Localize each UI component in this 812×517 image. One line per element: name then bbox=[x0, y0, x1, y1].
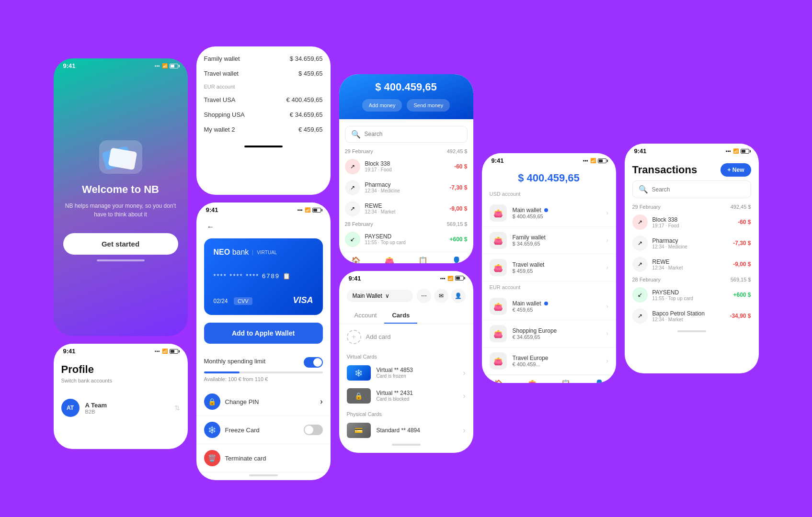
account-item[interactable]: AT A Team B2B ⇅ bbox=[54, 394, 188, 422]
tx-meta-paysend: 11:55 · Top up card bbox=[365, 240, 445, 245]
notification-button[interactable]: ✉ bbox=[434, 289, 448, 303]
tx-amount-block338: -60 $ bbox=[454, 163, 467, 170]
family-wallet-name: Family wallet bbox=[204, 55, 240, 62]
tx-rewe[interactable]: ↗ REWE 12:34 · Market -9,00 $ bbox=[345, 198, 468, 219]
freeze-card-label: Freeze Card bbox=[225, 427, 260, 434]
tx-item-bapco[interactable]: ↗ Bapco Petrol Station 12:34 · Market -3… bbox=[632, 305, 751, 326]
battery-icon-tx bbox=[741, 149, 749, 154]
apple-wallet-button[interactable]: Add to Apple Wallet bbox=[204, 323, 323, 344]
profile-header: Profile Switch bank accounts bbox=[54, 357, 188, 394]
tx-meta-bapco: 12:34 · Market bbox=[652, 317, 725, 322]
wallet-right-shopping-eur[interactable]: 👛 Shopping Europe € 34.659,65 › bbox=[482, 320, 616, 348]
wallet-item-family[interactable]: Family wallet $ 34.659,65 bbox=[196, 51, 331, 66]
add-card-row[interactable]: + Add card bbox=[339, 324, 473, 350]
wallet-info-main-usd: Main wallet $ 400.459,65 bbox=[513, 207, 601, 219]
wallet-item-travel-usa[interactable]: Travel USA € 400.459,65 bbox=[196, 92, 331, 107]
nav-home[interactable]: 🏠 Home bbox=[339, 256, 373, 263]
account-type: B2B bbox=[85, 409, 169, 415]
nav-tx-wallets-right[interactable]: 📋 Transactions bbox=[549, 379, 583, 383]
nav-wallets-wallets-right[interactable]: 👛 Wallets bbox=[515, 379, 549, 383]
wallet-actions: ⋯ ✉ 👤 bbox=[417, 289, 466, 303]
card-info-4853: Virtual ** 4853 Card is frozen bbox=[377, 367, 457, 379]
transactions-nav-icon: 📋 bbox=[418, 256, 428, 263]
tx-icon-rw2: ↗ bbox=[632, 257, 648, 272]
home-indicator-wallets bbox=[244, 146, 283, 147]
physical-card-4894[interactable]: 💳 Standard ** 4894 › bbox=[339, 419, 473, 442]
spending-available: Available: 100 € from 110 € bbox=[204, 376, 323, 382]
wallet-header: Main Wallet ∨ ⋯ ✉ 👤 bbox=[339, 284, 473, 308]
wallet-item-shopping-usa[interactable]: Shopping USA € 34.659,65 bbox=[196, 107, 331, 122]
profile-button[interactable]: 👤 bbox=[451, 289, 466, 303]
tx-item-pharmacy2[interactable]: ↗ Pharmacy 12:34 · Medicine -7,30 $ bbox=[632, 233, 751, 254]
battery-icon-wallets-right bbox=[598, 158, 606, 163]
welcome-phone: 9:41 ▪▪▪ 📶 Welcome to NB NB helps manage… bbox=[54, 58, 188, 336]
profile-icon-wallets-right: 👤 bbox=[595, 379, 604, 383]
tx-paysend[interactable]: ↙ PAYSEND 11:55 · Top up card +600 $ bbox=[345, 229, 468, 250]
physical-card-icon-4894: 💳 bbox=[347, 423, 371, 438]
tx-block338[interactable]: ↗ Block 338 19:17 · Food -60 $ bbox=[345, 156, 468, 177]
wallet-right-travel-usd[interactable]: 👛 Travel wallet $ 459,65 › bbox=[482, 254, 616, 281]
tx-meta-b338: 19:17 · Food bbox=[652, 223, 733, 228]
wallet-right-main-eur[interactable]: 👛 Main wallet € 459,65 › bbox=[482, 293, 616, 320]
back-button[interactable]: ← bbox=[204, 220, 217, 234]
nav-profile[interactable]: 👤 Profile bbox=[440, 256, 473, 263]
tx-info-bapco: Bapco Petrol Station 12:34 · Market bbox=[652, 310, 725, 322]
wallet-name-family-usd: Family wallet bbox=[513, 234, 601, 241]
tx-search-input[interactable] bbox=[652, 186, 745, 193]
more-options-button[interactable]: ⋯ bbox=[417, 289, 431, 303]
time-profile: 9:41 bbox=[63, 348, 76, 355]
freeze-toggle[interactable] bbox=[304, 425, 323, 435]
travel-wallet-amount: $ 459,65 bbox=[298, 70, 323, 77]
virtual-cards-section: Virtual Cards bbox=[339, 350, 473, 361]
search-icon: 🔍 bbox=[351, 130, 361, 139]
date-row-28: 28 February 569,15 $ bbox=[345, 219, 468, 229]
tx-group-feb28: 28 February 569,15 $ ↙ PAYSEND 11:55 · T… bbox=[625, 275, 759, 326]
verified-dot-main-eur bbox=[544, 302, 548, 305]
card-phone: 9:41 ▪▪▪ 📶 ← NEO bank VIRTUAL **** **** … bbox=[196, 202, 331, 480]
nav-home-wallets-right[interactable]: 🏠 Home bbox=[482, 379, 515, 383]
wallets-balance: $ 400.459,65 bbox=[482, 166, 616, 188]
welcome-subtitle: NB helps manage your money, so you don't… bbox=[63, 202, 178, 219]
new-transaction-button[interactable]: + New bbox=[721, 163, 751, 177]
search-bar[interactable]: 🔍 bbox=[345, 126, 468, 143]
change-pin-option[interactable]: 🔒 Change PIN › bbox=[196, 388, 331, 416]
wallet-right-family-usd[interactable]: 👛 Family wallet $ 34.659,65 › bbox=[482, 227, 616, 254]
search-input[interactable] bbox=[365, 131, 461, 137]
terminate-card-left: 🗑️ Terminate card bbox=[204, 450, 266, 466]
wallet-right-travel-eur[interactable]: 👛 Travel Europe € 400.459... › bbox=[482, 348, 616, 375]
card-name-4853: Virtual ** 4853 bbox=[377, 367, 457, 373]
tx-item-block338[interactable]: ↗ Block 338 19:17 · Food -60 $ bbox=[632, 212, 751, 233]
tx-search-bar[interactable]: 🔍 bbox=[632, 180, 751, 198]
virtual-card-icon-4853: ❄️ bbox=[347, 365, 371, 381]
wallet-right-main-usd[interactable]: 👛 Main wallet $ 400.459,65 › bbox=[482, 200, 616, 227]
wallet-item-travel[interactable]: Travel wallet $ 459,65 bbox=[196, 66, 331, 81]
virtual-card-4853[interactable]: ❄️ Virtual ** 4853 Card is frozen › bbox=[339, 361, 473, 384]
tx-item-paysend2[interactable]: ↙ PAYSEND 11:55 · Top up card +600 $ bbox=[632, 284, 751, 305]
home-indicator-mainwallet bbox=[392, 444, 421, 446]
freeze-card-option[interactable]: ❄️ Freeze Card bbox=[196, 416, 331, 444]
tx-pharmacy[interactable]: ↗ Pharmacy 12:34 · Medicine -7,30 $ bbox=[345, 177, 468, 198]
my-wallet2-amount: € 459,65 bbox=[298, 126, 323, 133]
wallet-amount-travel-eur: € 400.459... bbox=[513, 361, 601, 367]
send-money-button[interactable]: Send money bbox=[407, 99, 450, 112]
tx-amount-ps2: +600 $ bbox=[733, 292, 751, 298]
virtual-card-2431[interactable]: 🔒 Virtual ** 2431 Card is blocked › bbox=[339, 384, 473, 407]
tx-item-rewe2[interactable]: ↗ REWE 12:34 · Market -9,00 $ bbox=[632, 254, 751, 275]
chevron-right-travel-eur: › bbox=[606, 358, 608, 364]
eur-section-header-right: EUR account bbox=[482, 281, 616, 293]
status-bar-welcome: 9:41 ▪▪▪ 📶 bbox=[54, 58, 188, 71]
get-started-button[interactable]: Get started bbox=[63, 233, 178, 255]
transaction-group-feb28: 28 February 569,15 $ ↙ PAYSEND 11:55 · T… bbox=[339, 219, 473, 250]
nav-wallets[interactable]: 👛 Wallets bbox=[373, 256, 406, 263]
add-money-button[interactable]: Add money bbox=[362, 99, 402, 112]
nav-profile-wallets-right[interactable]: 👤 Profile bbox=[583, 379, 616, 383]
tab-account[interactable]: Account bbox=[347, 308, 385, 324]
nav-transactions[interactable]: 📋 Transactions bbox=[406, 256, 440, 263]
status-icons-card: ▪▪▪ 📶 bbox=[297, 207, 321, 213]
wallet-item-my-wallet2[interactable]: My wallet 2 € 459,65 bbox=[196, 122, 331, 137]
monthly-limit-toggle[interactable] bbox=[304, 357, 323, 368]
wallet-selector[interactable]: Main Wallet ∨ bbox=[347, 290, 413, 302]
tab-cards[interactable]: Cards bbox=[384, 308, 417, 324]
terminate-card-option[interactable]: 🗑️ Terminate card bbox=[196, 444, 331, 472]
tx-name-rw2: REWE bbox=[652, 258, 729, 265]
